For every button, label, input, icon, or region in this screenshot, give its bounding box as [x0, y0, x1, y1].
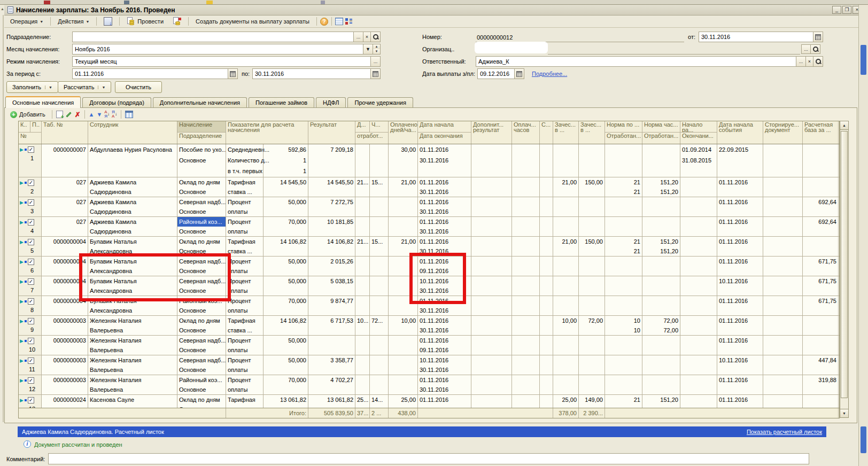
cell-tab-number[interactable]: 0000000003	[42, 336, 88, 355]
row-marker-cell[interactable]: ▶✓2	[19, 177, 42, 197]
cell-paid-hours[interactable]	[512, 144, 540, 177]
spin-down-icon[interactable]: ▼	[373, 49, 380, 54]
column-header-add_result[interactable]: Дополнит... результат	[471, 121, 512, 144]
cell-result[interactable]: 3 358,77	[308, 355, 355, 375]
cell-paid-hours[interactable]	[512, 355, 540, 375]
cell-credit2[interactable]: 150,00	[579, 237, 605, 256]
cell-s[interactable]	[540, 375, 553, 394]
row-marker-cell[interactable]: ▶✓5	[19, 237, 42, 256]
cell-hours[interactable]	[370, 296, 389, 315]
accrual-mode-field[interactable]: Текущий месяц ...	[72, 56, 381, 67]
move-up-icon[interactable]: ▲	[89, 111, 95, 118]
cell-result[interactable]: 2 015,26	[308, 257, 355, 276]
tab-2[interactable]: Договоры (подряда)	[82, 97, 151, 108]
cell-result[interactable]: 6 717,53	[308, 316, 355, 335]
cell-norm-days[interactable]	[605, 144, 642, 177]
cell-norm-days[interactable]	[605, 296, 642, 315]
cell-hours[interactable]	[370, 197, 389, 216]
cell-norm-hours[interactable]: 151,20	[642, 395, 680, 408]
cell-credit2[interactable]	[579, 197, 605, 216]
cell-credit1[interactable]	[553, 375, 579, 394]
copy-row-icon[interactable]	[56, 111, 63, 118]
calculate-button[interactable]: Рассчитать▼	[58, 81, 111, 93]
cell-norm-hours[interactable]: 151,20151,20	[642, 237, 680, 256]
accrual-value[interactable]: Районный коэ...	[177, 375, 226, 385]
operation-menu-button[interactable]: Операция▼	[6, 17, 47, 26]
column-header-indicators[interactable]: Показатели для расчета начисления	[226, 121, 308, 144]
row-checkbox[interactable]: ✓	[28, 259, 34, 265]
cell-storno[interactable]	[763, 316, 803, 335]
row-checkbox[interactable]: ✓	[28, 298, 34, 305]
cell-storno[interactable]	[763, 276, 803, 296]
cell-dates[interactable]: 01.11.201630.11.2016	[418, 197, 471, 216]
cell-calc-base[interactable]	[803, 144, 839, 177]
post-button[interactable]: Провести	[123, 15, 167, 27]
cell-credit1[interactable]	[553, 197, 579, 216]
cell-paid[interactable]: 25,00	[389, 395, 418, 408]
cell-days[interactable]	[355, 296, 370, 315]
cell-add-result[interactable]	[471, 257, 512, 276]
scrollbar-thumb[interactable]	[841, 131, 848, 398]
column-header-norm_days[interactable]: Норма по ...	[605, 121, 642, 133]
spin-up-icon[interactable]: ▲	[373, 44, 380, 49]
cell-calc-base[interactable]: 319,88	[803, 375, 839, 394]
cell-add-result[interactable]	[471, 217, 512, 236]
cell-credit1[interactable]	[553, 257, 579, 276]
structure-icon[interactable]	[345, 18, 353, 25]
cell-accrual[interactable]: Северная надб...Основное	[177, 336, 226, 355]
calendar-icon[interactable]	[514, 69, 524, 79]
cell-hours[interactable]: 15...	[370, 237, 389, 256]
cell-event-date[interactable]: 01.11.2016	[717, 257, 763, 276]
cell-work-period[interactable]	[680, 217, 717, 236]
calendar-icon[interactable]	[370, 69, 380, 79]
period-to-field[interactable]: 30.11.2016	[252, 68, 381, 79]
cell-dates[interactable]: 10.11.201630.11.2016	[418, 355, 471, 375]
cell-result[interactable]: 5 038,15	[308, 276, 355, 296]
cell-employee[interactable]: Аджиева КамилаСадюрдиновна	[88, 217, 177, 236]
cell-credit1[interactable]: 21,00	[553, 177, 579, 197]
column-header-marker_bottom[interactable]: №	[19, 133, 42, 144]
cell-add-result[interactable]	[471, 276, 512, 296]
cell-result[interactable]: 13 061,82	[308, 395, 355, 408]
cell-add-result[interactable]	[471, 316, 512, 335]
cell-indicators[interactable]: Процент50,000оплаты	[226, 276, 308, 296]
accrual-value[interactable]: Пособие по ухо...	[177, 144, 226, 155]
cell-tab-number[interactable]: 0000000024	[42, 395, 88, 408]
cell-hours[interactable]	[370, 276, 389, 296]
cell-hours[interactable]	[370, 257, 389, 276]
row-checkbox[interactable]: ✓	[28, 338, 34, 344]
cell-work-period[interactable]	[680, 336, 717, 355]
cell-norm-days[interactable]	[605, 375, 642, 394]
row-checkbox[interactable]: ✓	[28, 180, 34, 186]
cell-calc-base[interactable]	[803, 177, 839, 197]
row-checkbox[interactable]: ✓	[28, 199, 34, 206]
column-header-paid_hours[interactable]: Оплач... часов	[512, 121, 540, 144]
column-header-marker_top[interactable]: К..	[19, 121, 30, 133]
cell-event-date[interactable]: 01.11.2016	[717, 217, 763, 236]
cell-norm-days[interactable]	[605, 217, 642, 236]
cell-norm-days[interactable]: 2121	[605, 237, 642, 256]
cell-norm-hours[interactable]: 151,20151,20	[642, 177, 680, 197]
column-header-employee[interactable]: Сотрудник	[88, 121, 177, 144]
cell-result[interactable]: 7 272,75	[308, 197, 355, 216]
row-marker-cell[interactable]: ▶✓1	[19, 144, 42, 177]
help-icon[interactable]: ?	[320, 18, 328, 26]
delete-row-icon[interactable]: ✗	[75, 111, 81, 118]
row-checkbox[interactable]: ✓	[28, 278, 34, 285]
cell-accrual[interactable]: Северная надб...Основное	[177, 197, 226, 216]
cell-event-date[interactable]: 01.11.2016	[717, 296, 763, 315]
cell-result[interactable]: 14 106,82	[308, 237, 355, 256]
cell-norm-hours[interactable]	[642, 276, 680, 296]
cell-result[interactable]: 4 702,27	[308, 375, 355, 394]
cell-accrual[interactable]: Пособие по ухо...Основное	[177, 144, 226, 177]
cell-credit1[interactable]	[553, 336, 579, 355]
cell-storno[interactable]	[763, 177, 803, 197]
cell-days[interactable]	[355, 197, 370, 216]
cell-norm-hours[interactable]	[642, 296, 680, 315]
cell-add-result[interactable]	[471, 197, 512, 216]
cell-calc-base[interactable]: 671,75	[803, 257, 839, 276]
table-row[interactable]: ▶✓4027Аджиева КамилаСадюрдиновнаРайонный…	[19, 217, 839, 237]
ellipsis-button[interactable]: ...	[801, 44, 811, 54]
cell-event-date[interactable]: 10.11.2016	[717, 355, 763, 375]
scroll-down-icon[interactable]: ▼	[840, 409, 848, 417]
